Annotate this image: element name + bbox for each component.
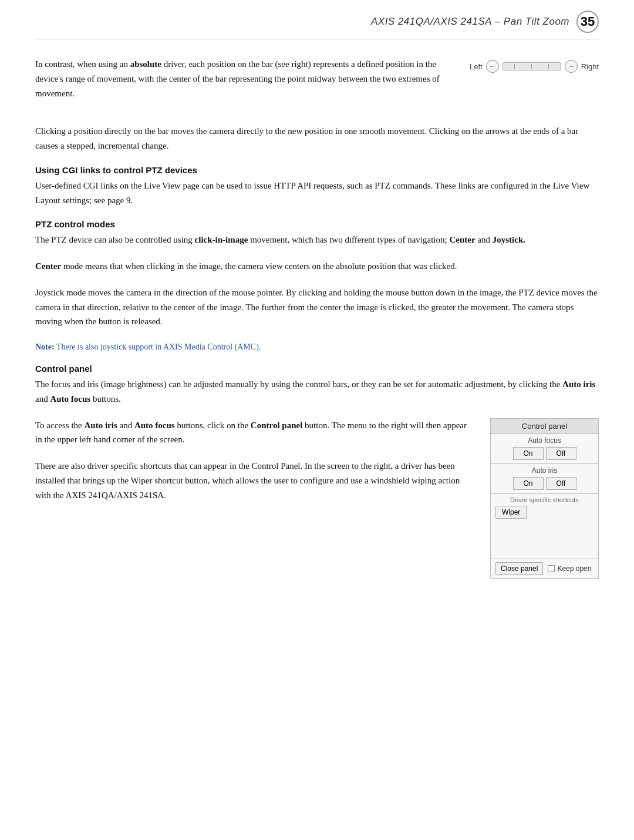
lower-text: To access the Auto iris and Auto focus b…: [35, 418, 473, 515]
paragraph-2: Clicking a position directly on the bar …: [35, 124, 599, 153]
paragraph-6: Joystick mode moves the camera in the di…: [35, 285, 599, 329]
header-title: AXIS 241QA/AXIS 241SA – Pan Tilt Zoom: [371, 16, 569, 28]
cp-driver-shortcuts-section: Driver specific shortcuts Wiper: [491, 493, 598, 559]
cp-empty-space: [491, 523, 598, 559]
lower-section: To access the Auto iris and Auto focus b…: [35, 418, 599, 579]
slider-track-row: Left ← → Right: [470, 60, 599, 73]
first-para-block: In contrast, when using an absolute driv…: [35, 57, 599, 112]
paragraph-8: To access the Auto iris and Auto focus b…: [35, 418, 473, 448]
cp-wiper-button[interactable]: Wiper: [495, 506, 527, 519]
paragraph-5: Center mode means that when clicking in …: [35, 259, 599, 274]
p8-part3: buttons, click on the: [175, 421, 251, 430]
p1-text-before-bold: In contrast, when using an: [35, 59, 130, 69]
slider-left-arrow[interactable]: ←: [486, 60, 499, 73]
cp-auto-iris-buttons: On Off: [491, 476, 598, 493]
tick-1: [514, 64, 515, 69]
p4-part1: The PTZ device can also be controlled us…: [35, 235, 195, 244]
cp-auto-focus-label: Auto focus: [491, 434, 598, 446]
cp-title: Control panel: [491, 419, 598, 434]
paragraph-4: The PTZ device can also be controlled us…: [35, 233, 599, 247]
tick-3: [548, 64, 549, 69]
slider-track[interactable]: [503, 62, 561, 70]
p8-part2: and: [117, 421, 134, 430]
p7-after: buttons.: [90, 394, 121, 404]
p8-bold-auto-focus: Auto focus: [134, 421, 175, 430]
p7-bold-auto-iris: Auto iris: [562, 379, 595, 389]
cp-auto-focus-buttons: On Off: [491, 446, 598, 463]
cp-auto-focus-off-button[interactable]: Off: [546, 447, 576, 460]
p8-bold-control-panel: Control panel: [251, 421, 302, 430]
cp-driver-shortcuts-label: Driver specific shortcuts: [491, 494, 598, 505]
note-paragraph: Note: There is also joystick support in …: [35, 341, 599, 353]
p4-bold-center: Center: [449, 235, 475, 244]
cp-keep-open-option: Keep open: [548, 565, 591, 573]
slider-right-arrow[interactable]: →: [565, 60, 578, 73]
cp-auto-focus-section: Auto focus On Off: [491, 434, 598, 463]
p7-bold-auto-focus: Auto focus: [50, 394, 90, 404]
p7-middle: and: [35, 394, 50, 404]
paragraph-3: User-defined CGI links on the Live View …: [35, 179, 599, 208]
section-ptz-heading: PTZ control modes: [35, 219, 599, 229]
p1-bold-word: absolute: [130, 59, 161, 69]
cp-footer: Close panel Keep open: [491, 559, 598, 578]
first-paragraph: In contrast, when using an absolute driv…: [35, 57, 458, 112]
p8-bold-auto-iris: Auto iris: [85, 421, 117, 430]
cp-auto-focus-on-button[interactable]: On: [513, 447, 544, 460]
cp-auto-iris-on-button[interactable]: On: [513, 477, 544, 490]
p5-rest: mode means that when clicking in the ima…: [61, 261, 457, 271]
note-text: There is also joystick support in AXIS M…: [55, 342, 261, 351]
paragraph-9: There are also driver specific shortcuts…: [35, 459, 473, 502]
cp-auto-iris-section: Auto iris On Off: [491, 463, 598, 493]
control-panel-widget: Control panel Auto focus On Off Auto iri…: [490, 418, 599, 579]
note-label: Note:: [35, 342, 55, 351]
cp-wiper-row: Wiper: [491, 505, 598, 523]
page-header: AXIS 241QA/AXIS 241SA – Pan Tilt Zoom 35: [35, 0, 599, 39]
content-area: In contrast, when using an absolute driv…: [35, 57, 599, 579]
tick-2: [531, 64, 532, 69]
cp-keep-open-label: Keep open: [557, 565, 591, 573]
cp-auto-iris-label: Auto iris: [491, 464, 598, 476]
section-cgi-heading: Using CGI links to control PTZ devices: [35, 165, 599, 175]
slider-right-label: Right: [581, 62, 599, 71]
section-cp-heading: Control panel: [35, 364, 599, 374]
p8-part1: To access the: [35, 421, 85, 430]
p4-part2: movement, which has two different types …: [248, 235, 449, 244]
header-title-area: AXIS 241QA/AXIS 241SA – Pan Tilt Zoom 35: [371, 11, 599, 33]
slider-left-label: Left: [470, 62, 483, 71]
paragraph-7: The focus and iris (image brightness) ca…: [35, 377, 599, 406]
cp-auto-iris-off-button[interactable]: Off: [546, 477, 576, 490]
cp-close-panel-button[interactable]: Close panel: [495, 562, 543, 575]
cp-keep-open-checkbox[interactable]: [548, 565, 555, 572]
p5-bold-center: Center: [35, 261, 61, 271]
slider-widget: Left ← → Right: [470, 60, 599, 73]
p7-before: The focus and iris (image brightness) ca…: [35, 379, 562, 389]
p4-bold-click: click-in-image: [195, 235, 248, 244]
page-number: 35: [576, 11, 599, 33]
slider-ticks: [503, 64, 561, 69]
p4-part3: and: [476, 235, 493, 244]
p4-bold-joystick: Joystick.: [493, 235, 525, 244]
